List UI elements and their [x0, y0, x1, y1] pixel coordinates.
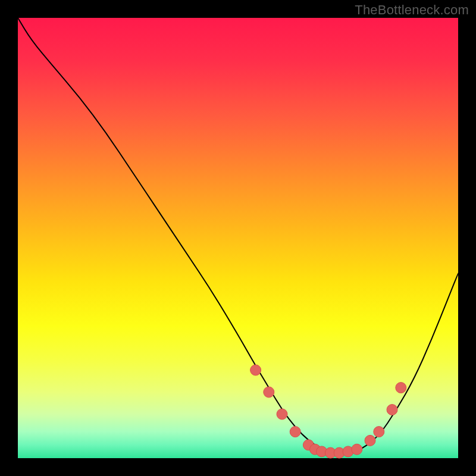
curve-marker: [290, 427, 300, 437]
curve-marker: [365, 435, 375, 446]
chart-stage: TheBottleneck.com: [0, 0, 476, 476]
curve-marker: [352, 444, 362, 455]
watermark-text: TheBottleneck.com: [355, 2, 469, 18]
curve-marker: [264, 387, 274, 397]
bottleneck-chart: [0, 0, 476, 476]
curve-marker: [387, 405, 397, 415]
curve-marker: [374, 427, 384, 437]
plot-background: [18, 18, 458, 458]
curve-marker: [396, 383, 406, 393]
curve-marker: [250, 365, 261, 375]
curve-marker: [277, 409, 287, 419]
